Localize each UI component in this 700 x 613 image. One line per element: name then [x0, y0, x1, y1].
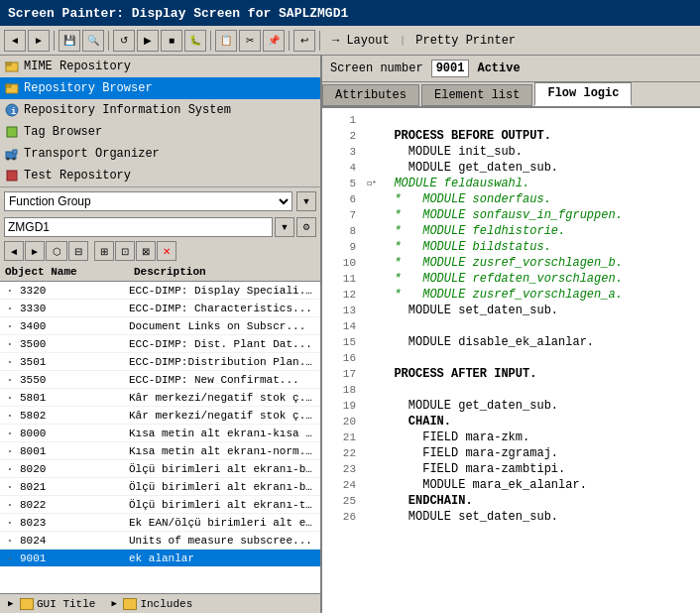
screen-status: Active	[477, 61, 520, 75]
collapse-btn[interactable]: ⊟	[68, 241, 88, 261]
line-number: 2	[326, 128, 356, 144]
includes-folder[interactable]: ▶ Includes	[107, 595, 196, 613]
table-row[interactable]: •3501ECC-DIMP:Distribution Plan...	[0, 353, 320, 371]
find-button[interactable]: 🔍	[82, 30, 104, 52]
code-line: 17 PROCESS AFTER INPUT.	[326, 366, 696, 382]
sidebar-item-tag-browser[interactable]: Tag Browser	[0, 121, 320, 143]
pretty-printer-button[interactable]: Pretty Printer	[408, 32, 524, 50]
back-button[interactable]: ◄	[4, 30, 26, 52]
svg-text:i: i	[11, 107, 17, 117]
stop-button[interactable]: ■	[161, 30, 182, 52]
table-row[interactable]: •8000Kısa metin alt ekranı-kısa n...	[0, 425, 320, 442]
sidebar-item-mime-repo[interactable]: MIME Repository	[0, 56, 320, 77]
line-content: FIELD mara-zgramaj.	[380, 445, 696, 461]
line-number: 5	[326, 176, 356, 191]
screen-number-value: 9001	[431, 60, 470, 77]
table-row[interactable]: •5801Kâr merkezi/negatif stok ç...	[0, 389, 320, 407]
obj-btn-2[interactable]: ⊡	[115, 241, 135, 261]
table-row[interactable]: •8020Ölçü birimleri alt ekranı-bo...	[0, 460, 320, 478]
code-line: 12 * MODULE zusref_vorschlagen_a.	[326, 287, 696, 303]
function-group-dropdown[interactable]: Function Group	[4, 191, 292, 211]
search-input[interactable]	[4, 217, 273, 237]
row-description: Kısa metin alt ekranı-kısa n...	[129, 428, 320, 439]
nav-next-btn[interactable]: ►	[25, 241, 45, 261]
repo-info-icon: i	[4, 102, 20, 118]
copy-button[interactable]: 📋	[215, 30, 237, 52]
tab-flow-logic[interactable]: Flow logic	[534, 82, 632, 106]
code-line: 20 CHAIN.	[326, 414, 696, 429]
row-object-name: 8000	[20, 428, 129, 439]
line-content: * MODULE sonfausv_in_fgruppen.	[380, 207, 696, 223]
row-object-name: 5802	[20, 410, 129, 422]
line-content: PROCESS BEFORE OUTPUT.	[380, 128, 696, 144]
table-row[interactable]: •8022Ölçü birimleri alt ekranı-ter...	[0, 496, 320, 514]
tab-attributes[interactable]: Attributes	[322, 84, 419, 106]
table-row[interactable]: •8001Kısa metin alt ekranı-norm...	[0, 442, 320, 460]
table-row[interactable]: •3500ECC-DIMP: Dist. Plant Dat...	[0, 335, 320, 353]
row-bullet: •	[0, 429, 20, 437]
toolbar-sep-5	[319, 31, 320, 51]
row-description: Ek EAN/ölçü birimleri alt el...	[129, 517, 320, 529]
execute-button[interactable]: ▶	[137, 30, 159, 52]
col-description: Description	[133, 265, 316, 279]
search-dropdown-btn[interactable]: ▼	[275, 217, 294, 237]
table-row[interactable]: •3550ECC-DIMP: New Confirmat...	[0, 371, 320, 389]
code-line: 4 MODULE get_daten_sub.	[326, 160, 696, 176]
delete-btn[interactable]: ✕	[157, 241, 176, 261]
line-content: * MODULE bildstatus.	[380, 239, 696, 255]
line-content: MODULE set_daten_sub.	[380, 303, 696, 318]
undo-button[interactable]: ↩	[293, 30, 315, 52]
table-row[interactable]: •9001ek alanlar	[0, 550, 320, 567]
sidebar-item-test-repo[interactable]: Test Repository	[0, 165, 320, 186]
forward-button[interactable]: ►	[28, 30, 50, 52]
repo-browser-label: Repository Browser	[24, 81, 153, 95]
row-description: ECC-DIMP: Dist. Plant Dat...	[129, 338, 320, 350]
dropdown-expand-btn[interactable]: ▼	[296, 191, 316, 211]
debug-button[interactable]: 🐛	[184, 30, 206, 52]
nav-prev-btn[interactable]: ◄	[4, 241, 24, 261]
code-editor[interactable]: 12 PROCESS BEFORE OUTPUT.3 MODULE init_s…	[322, 108, 700, 613]
obj-btn-3[interactable]: ⊠	[136, 241, 156, 261]
row-bullet: •	[0, 518, 20, 527]
line-content: PROCESS AFTER INPUT.	[380, 366, 696, 382]
table-row[interactable]: •5802Kâr merkezi/negatif stok ç...	[0, 407, 320, 425]
line-content: MODULE init_sub.	[380, 144, 696, 160]
table-row[interactable]: •8023Ek EAN/ölçü birimleri alt el...	[0, 514, 320, 532]
table-row[interactable]: •3320ECC-DIMP: Display Speciali...	[0, 282, 320, 300]
table-row[interactable]: •8024Units of measure subscree...	[0, 532, 320, 550]
sidebar-item-transport[interactable]: Transport Organizer	[0, 143, 320, 165]
line-content: MODULE set_daten_sub.	[380, 509, 696, 525]
tree-body[interactable]: •3320ECC-DIMP: Display Speciali...•3330E…	[0, 282, 320, 593]
search-exec-btn[interactable]: ⚙	[296, 217, 316, 237]
cut-button[interactable]: ✂	[239, 30, 261, 52]
layout-button[interactable]: → Layout	[324, 32, 398, 50]
paste-button[interactable]: 📌	[263, 30, 285, 52]
expand-btn[interactable]: ⬡	[46, 241, 67, 261]
code-line: 21 FIELD mara-zkm.	[326, 429, 696, 445]
sidebar-item-repo-browser[interactable]: Repository Browser	[0, 77, 320, 99]
row-bullet: •	[0, 339, 20, 348]
tab-element-list[interactable]: Element list	[421, 84, 532, 106]
table-row[interactable]: •8021Ölçü birimleri alt ekranı-bo...	[0, 478, 320, 496]
right-panel: Screen number 9001 Active Attributes Ele…	[322, 56, 700, 613]
includes-folder-icon	[123, 598, 137, 610]
row-description: ECC-DIMP:Distribution Plan...	[129, 356, 320, 368]
row-description: Units of measure subscree...	[129, 535, 320, 547]
row-object-name: 5801	[20, 392, 129, 404]
toolbar-sep-2	[108, 31, 109, 51]
main-container: MIME Repository Repository Browser i Rep…	[0, 56, 700, 613]
row-object-name: 3500	[20, 338, 129, 350]
toolbar-sep-4	[289, 31, 290, 51]
toolbar-sep-3	[210, 31, 211, 51]
table-row[interactable]: •3400Document Links on Subscr...	[0, 317, 320, 335]
obj-btn-1[interactable]: ⊞	[94, 241, 114, 261]
row-object-name: 8024	[20, 535, 129, 547]
sidebar-item-repo-info[interactable]: i Repository Information System	[0, 99, 320, 121]
refresh-button[interactable]: ↺	[113, 30, 135, 52]
tag-browser-icon	[4, 124, 20, 140]
row-description: ECC-DIMP: Display Speciali...	[129, 285, 320, 297]
gui-title-folder[interactable]: ▶ GUI Title	[4, 595, 99, 613]
table-row[interactable]: •3330ECC-DIMP: Characteristics...	[0, 300, 320, 317]
save-button[interactable]: 💾	[58, 30, 80, 52]
line-content: MODULE feldauswahl.	[380, 176, 696, 191]
